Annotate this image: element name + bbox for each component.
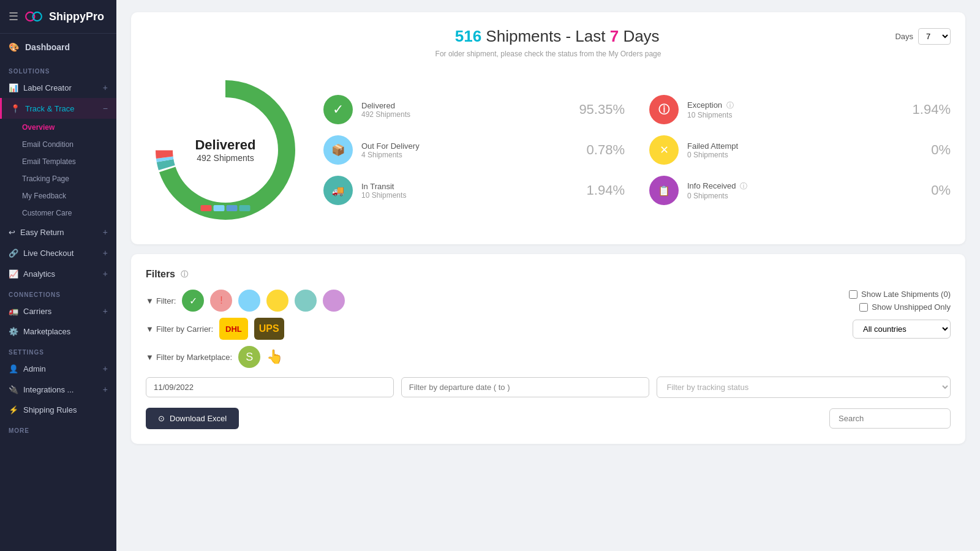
minus-icon: − bbox=[103, 103, 108, 113]
stats-row: Delivered 492 Shipments ✓ Delivered bbox=[146, 70, 951, 230]
filter-circle-blue[interactable] bbox=[238, 290, 260, 312]
exception-info-icon: ⓘ bbox=[726, 101, 734, 110]
filter-circle-teal[interactable] bbox=[295, 290, 317, 312]
stat-failed-attempt: ✕ Failed Attempt 0 Shipments 0% bbox=[649, 135, 951, 165]
show-unshipped-label: Show Unshipped Only bbox=[872, 302, 951, 312]
carrier-ups-badge[interactable]: UPS bbox=[254, 318, 284, 340]
stat-label-failed: Failed Attempt bbox=[687, 141, 899, 151]
sidebar-item-track-trace[interactable]: 📍 Track & Trace − bbox=[0, 98, 116, 119]
stat-percent-out-delivery: 0.78% bbox=[582, 142, 625, 158]
plus-icon-4: + bbox=[103, 269, 108, 279]
sidebar-subitem-customer-care[interactable]: Customer Care bbox=[22, 204, 116, 222]
stat-icon-info-received: 📋 bbox=[649, 176, 679, 205]
bar-red bbox=[201, 205, 212, 211]
carrier-dhl-badge[interactable]: DHL bbox=[219, 318, 248, 340]
filters-info-icon: ⓘ bbox=[181, 269, 188, 280]
track-trace-submenu: Overview Email Condition Email Templates… bbox=[0, 119, 116, 222]
stat-percent-failed: 0% bbox=[908, 142, 951, 158]
plus-icon-5: + bbox=[103, 306, 108, 316]
analytics-label: Analytics bbox=[23, 269, 55, 279]
bar-darkblue bbox=[227, 205, 238, 211]
plus-icon-7: + bbox=[103, 384, 108, 394]
show-late-checkbox[interactable] bbox=[849, 290, 858, 299]
shipment-count: 516 bbox=[455, 27, 481, 45]
bottom-bar: ⊙ Download Excel bbox=[146, 408, 951, 429]
sidebar-item-admin[interactable]: 👤 Admin + bbox=[0, 358, 116, 379]
donut-sub: 492 Shipments bbox=[195, 153, 255, 163]
sidebar-item-easy-return[interactable]: ↩ Easy Return + bbox=[0, 222, 116, 242]
filter-circle-red[interactable]: ! bbox=[210, 290, 232, 312]
logo-text: ShippyPro bbox=[49, 10, 104, 23]
date-from-input[interactable]: 11/09/2022 bbox=[146, 377, 394, 397]
track-trace-icon: 📍 bbox=[10, 104, 20, 113]
donut-bar-strip bbox=[201, 205, 251, 211]
sidebar-item-carriers[interactable]: 🚛 Carriers + bbox=[0, 301, 116, 321]
bar-teal bbox=[239, 205, 251, 211]
stat-info-exception: Exception ⓘ 10 Shipments bbox=[687, 100, 899, 119]
title-text: Shipments - Last bbox=[486, 27, 609, 45]
sidebar-item-label-creator[interactable]: 📊 Label Creator + bbox=[0, 77, 116, 98]
filter-circles-row: ▼ Filter: ✓ ! Show Late Shipments (0) Sh… bbox=[146, 290, 951, 312]
marketplace-shopify-badge[interactable]: S bbox=[238, 346, 260, 368]
shipping-rules-icon: ⚡ bbox=[9, 405, 18, 414]
sidebar-subitem-my-feedback[interactable]: My Feedback bbox=[22, 187, 116, 204]
plus-icon: + bbox=[103, 83, 108, 92]
date-to-input[interactable] bbox=[401, 377, 649, 397]
sidebar-item-shipping-rules[interactable]: ⚡ Shipping Rules bbox=[0, 400, 116, 420]
stat-info-failed: Failed Attempt 0 Shipments bbox=[687, 141, 899, 159]
stat-percent-info-received: 0% bbox=[908, 182, 951, 198]
main-content: 516 Shipments - Last 7 Days Days 7 14 30… bbox=[116, 0, 980, 551]
analytics-icon: 📈 bbox=[9, 269, 18, 279]
search-input[interactable] bbox=[829, 408, 951, 429]
sidebar-subitem-overview[interactable]: Overview bbox=[22, 119, 116, 136]
carrier-filter-row: ▼ Filter by Carrier: DHL UPS All countri… bbox=[146, 318, 951, 340]
sidebar-subitem-email-templates[interactable]: Email Templates bbox=[22, 153, 116, 170]
stat-info-received: 📋 Info Received ⓘ 0 Shipments 0% bbox=[649, 176, 951, 205]
sidebar-item-live-checkout[interactable]: 🔗 Live Checkout + bbox=[0, 242, 116, 263]
filter-circle-green[interactable]: ✓ bbox=[182, 290, 204, 312]
stat-icon-in-transit: 🚚 bbox=[323, 176, 353, 205]
live-checkout-label: Live Checkout bbox=[23, 249, 74, 258]
page-title: 516 Shipments - Last 7 Days bbox=[219, 27, 895, 46]
sidebar-item-analytics[interactable]: 📈 Analytics + bbox=[0, 263, 116, 284]
info-received-info-icon: ⓘ bbox=[740, 182, 747, 190]
stat-label-delivered: Delivered bbox=[361, 101, 570, 110]
filters-title: Filters ⓘ bbox=[146, 269, 951, 280]
marketplaces-label: Marketplaces bbox=[23, 327, 70, 336]
download-excel-button[interactable]: ⊙ Download Excel bbox=[146, 408, 239, 429]
days-number: 7 bbox=[610, 27, 619, 45]
stat-percent-delivered: 95.35% bbox=[579, 102, 625, 118]
stats-grid: ✓ Delivered 492 Shipments 95.35% ⓘ Excep… bbox=[323, 95, 951, 205]
sidebar-item-dashboard[interactable]: 🎨 Dashboard bbox=[0, 34, 116, 61]
stat-count-out-delivery: 4 Shipments bbox=[361, 151, 573, 159]
marketplace-filter-label: ▼ Filter by Marketplace: bbox=[146, 353, 232, 362]
days-select-label: Days bbox=[895, 32, 913, 41]
filter-circle-purple[interactable] bbox=[323, 290, 345, 312]
stat-in-transit: 🚚 In Transit 10 Shipments 1.94% bbox=[323, 176, 625, 205]
stat-icon-out-for-delivery: 📦 bbox=[323, 135, 353, 165]
sidebar-subitem-tracking-page[interactable]: Tracking Page bbox=[22, 170, 116, 187]
download-label: Download Excel bbox=[170, 414, 227, 423]
shipments-header: 516 Shipments - Last 7 Days Days 7 14 30 bbox=[146, 27, 951, 46]
stat-count-in-transit: 10 Shipments bbox=[361, 191, 573, 200]
country-select[interactable]: All countries bbox=[853, 320, 951, 339]
plus-icon-2: + bbox=[103, 227, 108, 237]
stat-percent-exception: 1.94% bbox=[908, 102, 951, 118]
logo-icon bbox=[24, 10, 43, 23]
integrations-icon: 🔌 bbox=[9, 385, 18, 394]
tracking-status-select[interactable]: Filter by tracking status bbox=[657, 377, 951, 398]
stat-icon-failed: ✕ bbox=[649, 135, 679, 165]
days-select[interactable]: 7 14 30 bbox=[918, 28, 951, 45]
admin-icon: 👤 bbox=[9, 364, 18, 373]
marketplaces-icon: ⚙️ bbox=[9, 327, 18, 336]
filter-circle-yellow[interactable] bbox=[266, 290, 288, 312]
days-select-wrap: Days 7 14 30 bbox=[895, 28, 951, 45]
show-unshipped-checkbox[interactable] bbox=[859, 303, 868, 312]
sidebar-item-integrations[interactable]: 🔌 Integrations ... + bbox=[0, 379, 116, 400]
shipments-subtitle: For older shipment, please check the sta… bbox=[146, 50, 951, 58]
sidebar-subitem-email-condition[interactable]: Email Condition bbox=[22, 136, 116, 153]
stat-out-for-delivery: 📦 Out For Delivery 4 Shipments 0.78% bbox=[323, 135, 625, 165]
hamburger-icon[interactable]: ☰ bbox=[9, 10, 18, 23]
sidebar-item-marketplaces[interactable]: ⚙️ Marketplaces bbox=[0, 321, 116, 342]
admin-label: Admin bbox=[23, 364, 46, 373]
